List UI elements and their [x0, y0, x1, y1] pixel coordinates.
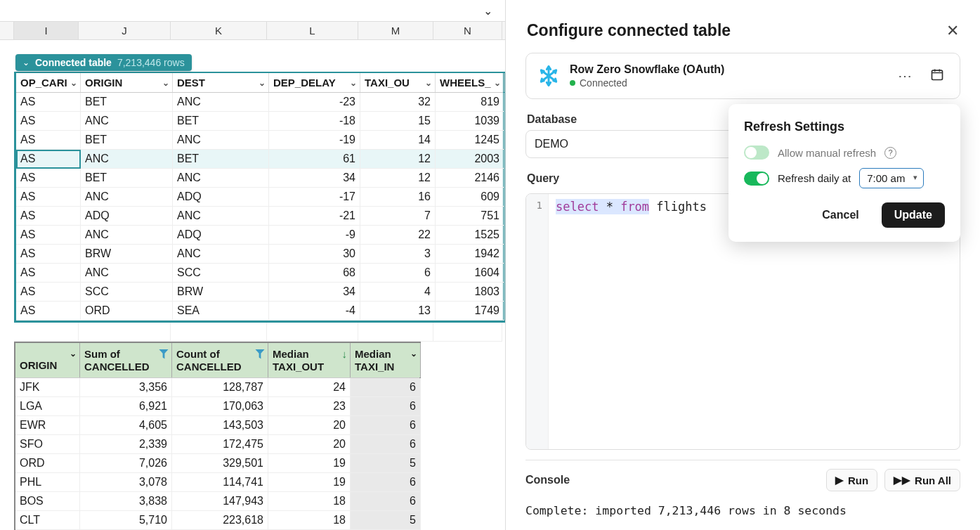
- cell[interactable]: 1525: [436, 226, 504, 245]
- cell[interactable]: ANC: [81, 226, 173, 245]
- cell[interactable]: 128,787: [172, 378, 268, 397]
- cell[interactable]: 12: [360, 169, 436, 188]
- cell[interactable]: 18: [268, 492, 351, 511]
- cell[interactable]: 6: [351, 378, 421, 397]
- cell[interactable]: 34: [269, 169, 360, 188]
- cell[interactable]: ANC: [173, 245, 269, 264]
- cell[interactable]: 5: [351, 511, 421, 530]
- calendar-icon[interactable]: [926, 65, 948, 88]
- cell[interactable]: AS: [16, 302, 81, 321]
- cell[interactable]: AS: [16, 131, 81, 150]
- cell[interactable]: 609: [436, 188, 504, 207]
- cell[interactable]: -17: [269, 188, 360, 207]
- sort-desc-icon[interactable]: ↓: [342, 348, 348, 361]
- col-header-I[interactable]: I: [14, 22, 79, 39]
- cell[interactable]: SCC: [81, 283, 173, 302]
- cell[interactable]: BET: [81, 169, 173, 188]
- table-row[interactable]: ASANCSCC6861604: [16, 264, 503, 283]
- cell[interactable]: ADQ: [81, 207, 173, 226]
- filter-icon[interactable]: [159, 349, 169, 359]
- table-row[interactable]: ASBETANC34122146: [16, 169, 503, 188]
- cell[interactable]: 16: [360, 188, 436, 207]
- cell[interactable]: 4,605: [80, 416, 172, 435]
- cell[interactable]: PHL: [15, 473, 80, 492]
- cell[interactable]: 6: [351, 435, 421, 454]
- cell[interactable]: 20: [268, 416, 351, 435]
- collapse-chevron-icon[interactable]: ⌄: [483, 4, 492, 18]
- table-col-dep_delay[interactable]: DEP_DELAY⌄: [269, 73, 360, 92]
- cell[interactable]: BOS: [15, 492, 80, 511]
- cell[interactable]: 114,741: [172, 473, 268, 492]
- dropdown-icon[interactable]: ⌄: [494, 78, 501, 88]
- run-all-button[interactable]: ▶▶Run All: [884, 469, 960, 491]
- chevron-down-icon[interactable]: ⌄: [70, 349, 77, 358]
- cell[interactable]: 19: [268, 473, 351, 492]
- cell[interactable]: -9: [269, 226, 360, 245]
- cell[interactable]: ANC: [81, 188, 173, 207]
- more-menu-icon[interactable]: ⋯: [894, 65, 916, 87]
- pivot-col-origin[interactable]: ⌄ORIGIN: [15, 343, 80, 377]
- cell[interactable]: BET: [81, 93, 173, 112]
- table-row[interactable]: BOS3,838147,943186: [15, 492, 419, 511]
- cell[interactable]: 147,943: [172, 492, 268, 511]
- pivot-col-taxi_out[interactable]: Median↓TAXI_OUT: [268, 343, 351, 377]
- col-header-J[interactable]: J: [79, 22, 171, 39]
- table-row[interactable]: ASANCBET-18151039: [16, 112, 503, 131]
- cell[interactable]: SFO: [15, 435, 80, 454]
- cell[interactable]: BET: [81, 131, 173, 150]
- table-col-taxi_ou[interactable]: TAXI_OU⌄: [360, 73, 436, 92]
- table-row[interactable]: ASBRWANC3031942: [16, 245, 503, 264]
- table-row[interactable]: EWR4,605143,503206: [15, 416, 419, 435]
- close-icon[interactable]: ✕: [946, 22, 959, 40]
- cell[interactable]: 68: [269, 264, 360, 283]
- cell[interactable]: 2146: [436, 169, 504, 188]
- col-header-L[interactable]: L: [267, 22, 358, 39]
- pivot-col-cancelled[interactable]: Sum ofCANCELLED: [80, 343, 172, 377]
- table-row[interactable]: SFO2,339172,475206: [15, 435, 419, 454]
- cell[interactable]: 329,501: [172, 454, 268, 473]
- cell[interactable]: 3,078: [80, 473, 172, 492]
- cell[interactable]: 15: [360, 112, 436, 131]
- cell[interactable]: BRW: [81, 245, 173, 264]
- cell[interactable]: 3,838: [80, 492, 172, 511]
- cell[interactable]: 23: [268, 397, 351, 416]
- cell[interactable]: AS: [16, 93, 81, 112]
- cell[interactable]: 6: [360, 264, 436, 283]
- table-row[interactable]: ASSCCBRW3441803: [16, 283, 503, 302]
- cell[interactable]: 1039: [436, 112, 504, 131]
- cell[interactable]: 34: [269, 283, 360, 302]
- cell[interactable]: 14: [360, 131, 436, 150]
- cell[interactable]: 143,503: [172, 416, 268, 435]
- cell[interactable]: ORD: [15, 454, 80, 473]
- cell[interactable]: 3: [360, 245, 436, 264]
- table-row[interactable]: PHL3,078114,741196: [15, 473, 419, 492]
- table-col-dest[interactable]: DEST⌄: [173, 73, 269, 92]
- cell[interactable]: -18: [269, 112, 360, 131]
- cell[interactable]: 18: [268, 511, 351, 530]
- cell[interactable]: AS: [16, 207, 81, 226]
- cell[interactable]: ANC: [81, 150, 173, 169]
- cell[interactable]: ANC: [173, 207, 269, 226]
- dropdown-icon[interactable]: ⌄: [162, 78, 169, 88]
- cell[interactable]: -4: [269, 302, 360, 321]
- cell[interactable]: -19: [269, 131, 360, 150]
- dropdown-icon[interactable]: ⌄: [425, 78, 432, 88]
- table-row[interactable]: ASANCADQ-1716609: [16, 188, 503, 207]
- cell[interactable]: SEA: [173, 302, 269, 321]
- dropdown-icon[interactable]: ⌄: [259, 78, 266, 88]
- cell[interactable]: 6: [351, 473, 421, 492]
- cell[interactable]: AS: [16, 150, 81, 169]
- refresh-time-select[interactable]: 7:00 am: [859, 168, 924, 188]
- cell[interactable]: 30: [269, 245, 360, 264]
- cell[interactable]: AS: [16, 112, 81, 131]
- table-row[interactable]: JFK3,356128,787246: [15, 378, 419, 397]
- cell[interactable]: 5,710: [80, 511, 172, 530]
- cell[interactable]: ANC: [173, 131, 269, 150]
- cell[interactable]: -23: [269, 93, 360, 112]
- cell[interactable]: 20: [268, 435, 351, 454]
- cell[interactable]: 751: [436, 207, 504, 226]
- cell[interactable]: AS: [16, 169, 81, 188]
- table-col-origin[interactable]: ORIGIN⌄: [81, 73, 173, 92]
- table-col-op_cari[interactable]: OP_CARI⌄: [16, 73, 81, 92]
- cell[interactable]: ANC: [81, 112, 173, 131]
